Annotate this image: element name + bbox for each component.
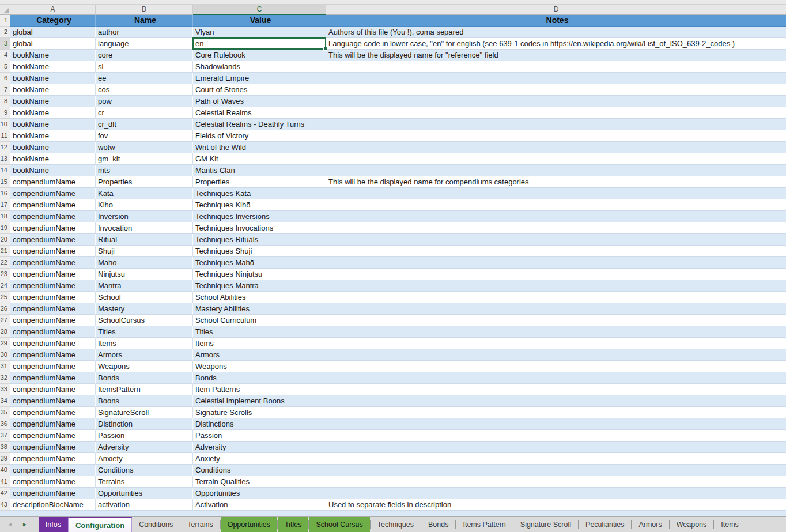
cell-C22[interactable]: Techniques Mahõ [193, 257, 326, 269]
cell-B40[interactable]: Conditions [96, 465, 193, 476]
cell-C3[interactable]: en [193, 38, 326, 50]
sheet-tab-items[interactable]: Items [714, 517, 746, 532]
cell-A8[interactable]: bookName [10, 96, 96, 107]
cell-C23[interactable]: Techniques Ninjutsu [193, 269, 326, 280]
cell-D15[interactable]: This will be the displayed name for comp… [326, 176, 786, 188]
sheet-tab-signature-scroll[interactable]: Signature Scroll [513, 517, 578, 532]
row-header-43[interactable]: 43 [0, 499, 10, 511]
cell-A15[interactable]: compendiumName [10, 176, 96, 188]
row-header-3[interactable]: 3 [0, 38, 10, 50]
cell-D9[interactable] [326, 107, 786, 119]
cell-C32[interactable]: Bonds [193, 372, 326, 384]
row-header-9[interactable]: 9 [0, 107, 10, 119]
cell-C25[interactable]: School Abilities [193, 292, 326, 303]
cell-C19[interactable]: Techniques Invocations [193, 222, 326, 234]
cell-C28[interactable]: Titles [193, 326, 326, 338]
cell-D18[interactable] [326, 211, 786, 222]
row-header-15[interactable]: 15 [0, 176, 10, 188]
cell-A20[interactable]: compendiumName [10, 234, 96, 246]
cell-A7[interactable]: bookName [10, 84, 96, 96]
column-header-a[interactable]: A [10, 5, 96, 15]
sheet-tab-peculiarities[interactable]: Peculiarities [579, 517, 631, 532]
cell-D25[interactable] [326, 292, 786, 303]
cell-B35[interactable]: SignatureScroll [96, 407, 193, 418]
cell-D23[interactable] [326, 269, 786, 280]
cell-C12[interactable]: Writ of the Wild [193, 142, 326, 153]
cell-B31[interactable]: Weapons [96, 361, 193, 372]
cell-B8[interactable]: pow [96, 96, 193, 107]
cell-C36[interactable]: Distinctions [193, 418, 326, 430]
cell-B39[interactable]: Anxiety [96, 453, 193, 465]
cell-C39[interactable]: Anxiety [193, 453, 326, 465]
cell-A9[interactable]: bookName [10, 107, 96, 119]
cell-D1[interactable]: Notes [326, 15, 786, 27]
sheet-tab-bonds[interactable]: Bonds [421, 517, 455, 532]
cell-B6[interactable]: ee [96, 73, 193, 84]
cell-A5[interactable]: bookName [10, 61, 96, 73]
cell-B27[interactable]: SchoolCursus [96, 315, 193, 326]
cell-A13[interactable]: bookName [10, 153, 96, 165]
cell-A36[interactable]: compendiumName [10, 418, 96, 430]
sheet-tab-school-cursus[interactable]: School Cursus [309, 517, 369, 532]
cell-C24[interactable]: Techniques Mantra [193, 280, 326, 292]
cell-A4[interactable]: bookName [10, 50, 96, 61]
cell-A30[interactable]: compendiumName [10, 349, 96, 361]
cell-A2[interactable]: global [10, 27, 96, 38]
cell-A11[interactable]: bookName [10, 130, 96, 142]
cell-B21[interactable]: Shuji [96, 246, 193, 257]
row-header-2[interactable]: 2 [0, 27, 10, 38]
tab-scroll-right-icon[interactable]: ► [22, 522, 28, 527]
cell-C41[interactable]: Terrain Qualities [193, 476, 326, 488]
row-header-18[interactable]: 18 [0, 211, 10, 222]
cell-A25[interactable]: compendiumName [10, 292, 96, 303]
cell-A35[interactable]: compendiumName [10, 407, 96, 418]
cell-C21[interactable]: Techniques Shuji [193, 246, 326, 257]
cell-C35[interactable]: Signature Scrolls [193, 407, 326, 418]
cell-D40[interactable] [326, 465, 786, 476]
cell-A10[interactable]: bookName [10, 119, 96, 130]
sheet-tab-opportunities[interactable]: Opportunities [221, 517, 277, 532]
row-header-4[interactable]: 4 [0, 50, 10, 61]
row-header-37[interactable]: 37 [0, 430, 10, 442]
cell-D7[interactable] [326, 84, 786, 96]
cell-D31[interactable] [326, 361, 786, 372]
cell-B12[interactable]: wotw [96, 142, 193, 153]
cell-A31[interactable]: compendiumName [10, 361, 96, 372]
row-header-41[interactable]: 41 [0, 476, 10, 488]
row-header-11[interactable]: 11 [0, 130, 10, 142]
cell-D19[interactable] [326, 222, 786, 234]
cell-C20[interactable]: Techniques Rituals [193, 234, 326, 246]
row-header-8[interactable]: 8 [0, 96, 10, 107]
row-header-34[interactable]: 34 [0, 395, 10, 407]
cell-B20[interactable]: Ritual [96, 234, 193, 246]
cell-C15[interactable]: Properties [193, 176, 326, 188]
cell-D2[interactable]: Authors of this file (You !), coma separ… [326, 27, 786, 38]
cell-D30[interactable] [326, 349, 786, 361]
cell-C14[interactable]: Mantis Clan [193, 165, 326, 176]
cell-A12[interactable]: bookName [10, 142, 96, 153]
cell-C34[interactable]: Celestial Implement Boons [193, 395, 326, 407]
sheet-tab-terrains[interactable]: Terrains [180, 517, 220, 532]
cell-B4[interactable]: core [96, 50, 193, 61]
cell-A17[interactable]: compendiumName [10, 199, 96, 211]
cell-B30[interactable]: Armors [96, 349, 193, 361]
sheet-tab-items-pattern[interactable]: Items Pattern [456, 517, 512, 532]
cell-C42[interactable]: Opportunities [193, 488, 326, 499]
cell-D14[interactable] [326, 165, 786, 176]
cell-B15[interactable]: Properties [96, 176, 193, 188]
cell-D20[interactable] [326, 234, 786, 246]
cell-B33[interactable]: ItemsPattern [96, 384, 193, 395]
cell-C10[interactable]: Celestial Realms - Deathly Turns [193, 119, 326, 130]
cell-B1[interactable]: Name [96, 15, 193, 27]
row-header-16[interactable]: 16 [0, 188, 10, 199]
cell-C8[interactable]: Path of Waves [193, 96, 326, 107]
row-header-23[interactable]: 23 [0, 269, 10, 280]
cell-D36[interactable] [326, 418, 786, 430]
cell-C30[interactable]: Armors [193, 349, 326, 361]
row-header-14[interactable]: 14 [0, 165, 10, 176]
cell-C2[interactable]: Vlyan [193, 27, 326, 38]
cell-A38[interactable]: compendiumName [10, 442, 96, 453]
row-header-40[interactable]: 40 [0, 465, 10, 476]
cell-D28[interactable] [326, 326, 786, 338]
row-header-20[interactable]: 20 [0, 234, 10, 246]
